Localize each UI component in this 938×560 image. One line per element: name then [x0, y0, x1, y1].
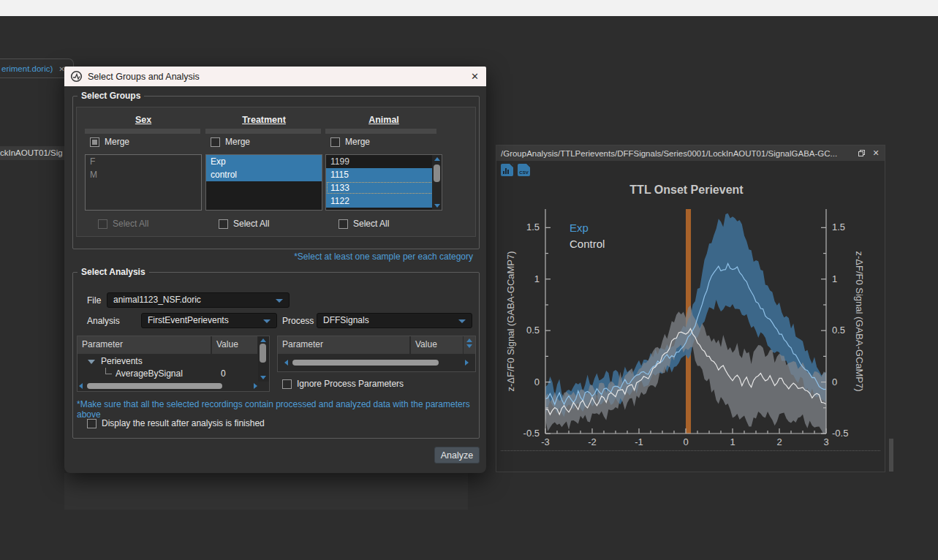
- panel-close-icon[interactable]: ✕: [870, 148, 882, 159]
- select-analysis-title: Select Analysis: [77, 267, 149, 277]
- process-table-hscrollbar[interactable]: [284, 358, 469, 367]
- svg-text:-0.5: -0.5: [523, 428, 540, 439]
- process-combobox[interactable]: DFFSignals: [317, 313, 472, 328]
- select-all-row-treatment[interactable]: Select All: [219, 219, 269, 229]
- merge-label: Merge: [225, 137, 250, 147]
- select-groups-analysis-dialog: Select Groups and Analysis ✕ Select Grou…: [64, 67, 486, 473]
- display-result-row[interactable]: Display the result after analysis is fin…: [87, 418, 265, 428]
- tree-row-averagebysignal[interactable]: AverageBySignal 0: [77, 368, 257, 380]
- select-groups-title: Select Groups: [77, 91, 144, 101]
- file-combobox[interactable]: animal1123_NSF.doric: [107, 292, 290, 308]
- list-item-control[interactable]: control: [206, 168, 322, 181]
- merge-checkbox-animal[interactable]: [330, 137, 340, 147]
- svg-text:-3: -3: [541, 436, 550, 447]
- svg-text:3: 3: [823, 436, 828, 447]
- list-treatment[interactable]: Expcontrol: [205, 154, 322, 211]
- ignore-process-parameters-label: Ignore Process Parameters: [297, 379, 404, 389]
- svg-text:Exp: Exp: [570, 222, 589, 234]
- ignore-process-parameters-row[interactable]: Ignore Process Parameters: [282, 379, 404, 389]
- background-document-tab[interactable]: eriment.doric)✕: [0, 58, 74, 78]
- merge-label: Merge: [345, 137, 370, 147]
- background-panel-title: ckInAOUT01/Sig: [0, 146, 64, 160]
- select-all-label: Select All: [113, 219, 148, 229]
- column-separator: [85, 129, 200, 134]
- column-separator: [205, 129, 321, 134]
- dialog-title: Select Groups and Analysis: [83, 72, 471, 82]
- merge-label: Merge: [105, 137, 129, 147]
- expander-icon[interactable]: [88, 360, 95, 364]
- process-label: Process: [282, 316, 314, 326]
- desktop-top-strip: [0, 0, 938, 16]
- svg-text:1: 1: [832, 273, 837, 284]
- process-parameter-table[interactable]: Parameter Value: [277, 336, 476, 372]
- svg-text:1: 1: [730, 436, 735, 447]
- list-item-1133[interactable]: 1133: [326, 181, 434, 194]
- value-header: Value: [212, 336, 258, 354]
- merge-row-animal[interactable]: Merge: [330, 137, 370, 147]
- scroll-handle[interactable]: [434, 164, 440, 182]
- list-item-1122[interactable]: 1122: [326, 194, 434, 208]
- list-item-1115[interactable]: 1115: [326, 168, 434, 181]
- svg-text:1.5: 1.5: [832, 222, 845, 232]
- svg-text:2: 2: [776, 436, 782, 447]
- display-result-checkbox[interactable]: [87, 419, 97, 428]
- parameter-table-vscrollbar[interactable]: [258, 336, 269, 382]
- file-label: File: [87, 295, 101, 306]
- tab-label: eriment.doric): [1, 64, 53, 73]
- list-sex[interactable]: FM: [85, 154, 202, 211]
- select-all-checkbox-animal[interactable]: [338, 219, 348, 229]
- svg-text:1.5: 1.5: [526, 222, 540, 232]
- list-animal[interactable]: 1199111511331122: [325, 154, 442, 211]
- tree-row-perievents[interactable]: Perievents: [77, 355, 257, 368]
- scroll-up-icon[interactable]: [434, 157, 440, 161]
- svg-text:z-ΔF/F0 Signal (GABA-GCaMP7): z-ΔF/F0 Signal (GABA-GCaMP7): [854, 251, 865, 391]
- value-header: Value: [411, 336, 464, 354]
- ignore-process-parameters-checkbox[interactable]: [282, 379, 292, 389]
- restore-icon[interactable]: [855, 148, 867, 159]
- list-item-1199[interactable]: 1199: [326, 155, 434, 168]
- averagebysignal-value[interactable]: 0: [221, 368, 226, 380]
- svg-text:0: 0: [534, 377, 540, 387]
- list-item-f: F: [86, 155, 201, 168]
- process-table-spinner[interactable]: [464, 336, 475, 354]
- svg-text:-1: -1: [635, 436, 643, 447]
- svg-text:0.5: 0.5: [832, 325, 845, 336]
- list-item-exp[interactable]: Exp: [206, 155, 322, 168]
- analysis-combobox[interactable]: FirstEventPerievents: [141, 313, 277, 328]
- column-header-animal: Animal: [325, 115, 442, 125]
- column-header-treatment: Treatment: [205, 115, 322, 125]
- animal-list-scrollbar[interactable]: [432, 155, 442, 210]
- merge-checkbox-treatment[interactable]: [211, 137, 220, 147]
- svg-text:TTL Onset Perievent: TTL Onset Perievent: [629, 183, 744, 196]
- parameter-table-hscrollbar[interactable]: [78, 382, 258, 390]
- svg-text:-0.5: -0.5: [832, 428, 848, 439]
- dialog-titlebar[interactable]: Select Groups and Analysis ✕: [64, 67, 486, 86]
- dialog-close-icon[interactable]: ✕: [471, 71, 479, 82]
- scroll-down-icon[interactable]: [434, 204, 440, 208]
- merge-row-sex[interactable]: Merge: [90, 137, 129, 147]
- select-all-label: Select All: [353, 219, 389, 229]
- merge-row-treatment[interactable]: Merge: [211, 137, 250, 147]
- perievent-chart[interactable]: TTL Onset PerieventExpControl-3-2-10123-…: [496, 161, 885, 450]
- select-all-row-animal[interactable]: Select All: [338, 219, 389, 229]
- select-all-checkbox-treatment[interactable]: [219, 219, 228, 229]
- merge-checkbox-sex[interactable]: [90, 137, 99, 147]
- svg-text:-2: -2: [588, 436, 597, 447]
- chart-panel-title: /GroupAnalysis/TTLPerievents/DFFSignals/…: [501, 146, 852, 161]
- analysis-parameter-table[interactable]: Parameter Value Perievents AverageBySign…: [77, 336, 270, 392]
- panel-bottom-separator: [501, 450, 880, 451]
- list-item-m: M: [86, 168, 201, 181]
- parameter-header: Parameter: [77, 336, 211, 354]
- display-result-label: Display the result after analysis is fin…: [102, 418, 265, 428]
- svg-text:0: 0: [683, 436, 688, 447]
- svg-text:Control: Control: [570, 238, 605, 250]
- select-all-label: Select All: [233, 219, 269, 229]
- analyze-button[interactable]: Analyze: [434, 447, 480, 463]
- analysis-note: *Make sure that all the selected recordi…: [77, 399, 477, 420]
- column-header-sex: Sex: [85, 115, 202, 125]
- select-groups-groupbox: Select Groups SexMergeFMTreatmentMergeEx…: [72, 96, 480, 249]
- background-window-fragment: [64, 473, 468, 510]
- chart-panel-titlebar: /GroupAnalysis/TTLPerievents/DFFSignals/…: [496, 145, 885, 161]
- scrollbar-handle[interactable]: [889, 439, 893, 472]
- analysis-label: Analysis: [87, 316, 120, 326]
